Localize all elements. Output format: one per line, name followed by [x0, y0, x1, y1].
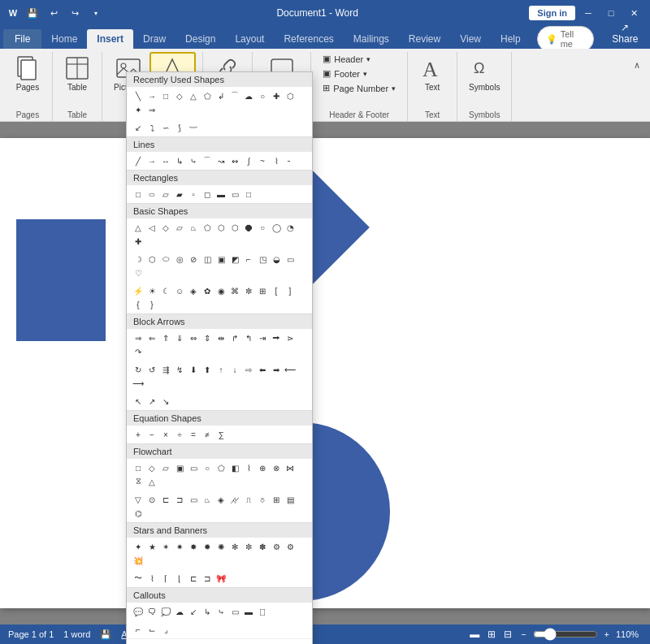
star-4pt[interactable]: ✦ [132, 540, 145, 553]
shape-line[interactable]: ╲ [132, 89, 145, 102]
banner-scroll-v[interactable]: ⊐ [201, 572, 214, 585]
ba-type27[interactable]: ⟶ [132, 377, 145, 390]
basic-can[interactable]: ⬭ [159, 253, 172, 266]
ba-type22[interactable]: ↓ [228, 363, 241, 376]
share-button[interactable]: ↗ Share [600, 18, 650, 49]
basic-cross[interactable]: ✚ [132, 235, 145, 248]
fc-type20[interactable]: ⎍ [242, 493, 255, 506]
symbols-button[interactable]: Ω Symbols [464, 52, 505, 95]
star-6pt[interactable]: ✶ [159, 540, 172, 553]
basic-arc[interactable]: ◔ [284, 221, 297, 234]
basic-parallelogram[interactable]: ▱ [173, 221, 186, 234]
table-button[interactable]: Table [59, 52, 95, 95]
basic-heptagon[interactable]: ⬡ [228, 221, 241, 234]
fc-terminator[interactable]: ▭ [187, 461, 200, 474]
ba-corner[interactable]: ↱ [228, 331, 241, 344]
eq-plus[interactable]: + [132, 428, 145, 441]
basic-bracket-right[interactable]: ] [284, 284, 297, 297]
fc-storage[interactable]: ⊙ [145, 493, 158, 506]
shape-wave[interactable]: 〰 [187, 121, 200, 134]
fc-or[interactable]: ⊗ [270, 461, 283, 474]
ba-type24[interactable]: ⬅ [256, 363, 269, 376]
tab-home[interactable]: Home [41, 29, 87, 49]
ba-pentagon-arrow[interactable]: ⮕ [270, 331, 283, 344]
line-double-arrow[interactable]: ↔ [159, 154, 172, 167]
line-curve-double[interactable]: ↭ [228, 154, 241, 167]
shape-hexagon[interactable]: ⬡ [284, 89, 297, 102]
basic-chord[interactable]: ◒ [270, 253, 283, 266]
shape-cloud[interactable]: ☁ [242, 89, 255, 102]
fc-predefined[interactable]: ▣ [173, 461, 186, 474]
eq-notequal[interactable]: ≠ [201, 428, 214, 441]
basic-lightning[interactable]: ⚡ [132, 284, 145, 297]
ba-type21[interactable]: ↑ [214, 363, 228, 376]
line-straight[interactable]: ╱ [132, 154, 145, 167]
redo-button[interactable]: ↪ [65, 3, 84, 23]
basic-diagonal[interactable]: ◳ [256, 253, 269, 266]
fc-offpage[interactable]: ⬠ [214, 461, 228, 474]
callout-rect[interactable]: 💬 [132, 605, 145, 618]
basic-fold[interactable]: ◫ [201, 253, 214, 266]
basic-moon[interactable]: ☾ [159, 284, 172, 297]
rect-rounded[interactable]: ▭ [145, 188, 158, 201]
ba-left-right[interactable]: ⇔ [187, 331, 200, 344]
fc-extract[interactable]: △ [145, 475, 158, 488]
line-curve-arrow[interactable]: ↝ [214, 154, 228, 167]
tab-help[interactable]: Help [491, 29, 531, 49]
basic-donut[interactable]: ◎ [173, 253, 186, 266]
ba-right[interactable]: ⇒ [132, 331, 145, 344]
ba-chevron[interactable]: ⋗ [284, 331, 297, 344]
blue-rectangle-shape[interactable] [16, 219, 106, 341]
zoom-in-button[interactable]: + [604, 629, 609, 639]
basic-brace-left[interactable]: { [132, 298, 145, 311]
basic-circle[interactable]: ◯ [270, 221, 283, 234]
banner-curved[interactable]: 〜 [132, 572, 145, 585]
fc-type23[interactable]: ▤ [284, 493, 297, 506]
star-5pt[interactable]: ★ [145, 540, 158, 553]
read-mode-button[interactable]: ⊟ [501, 628, 514, 641]
fc-type18[interactable]: ◈ [214, 493, 228, 506]
basic-rtriangle[interactable]: ◁ [145, 221, 158, 234]
text-button[interactable]: A Text [414, 52, 450, 95]
fc-puchtape[interactable]: ⌇ [242, 461, 255, 474]
basic-triangle[interactable]: △ [132, 221, 145, 234]
shape-cross[interactable]: ✚ [270, 89, 283, 102]
shape-curve[interactable]: ⌒ [228, 89, 241, 102]
ba-quad[interactable]: ⇹ [214, 331, 228, 344]
fc-manual-op[interactable]: ⏢ [201, 493, 214, 506]
tab-design[interactable]: Design [176, 29, 225, 49]
line-scribble[interactable]: ~ [256, 154, 269, 167]
callout-type13[interactable]: ⌟ [159, 623, 172, 636]
star-24pt[interactable]: ✼ [242, 540, 255, 553]
basic-teardrip[interactable]: ◈ [187, 284, 200, 297]
ba-type30[interactable]: ↘ [159, 395, 172, 408]
line-arrow[interactable]: → [145, 154, 158, 167]
ba-notched[interactable]: ⇥ [256, 331, 269, 344]
basic-bracket-left[interactable]: [ [270, 284, 283, 297]
ba-circular[interactable]: ↻ [132, 363, 145, 376]
tab-view[interactable]: View [450, 29, 491, 49]
rect-snip[interactable]: ▱ [159, 188, 172, 201]
banner-ribbon[interactable]: 🎀 [214, 572, 228, 585]
collapse-ribbon-button[interactable]: ∧ [627, 55, 647, 75]
basic-frame[interactable]: ▣ [214, 253, 228, 266]
basic-plaque[interactable]: ▭ [284, 253, 297, 266]
ba-type28[interactable]: ↖ [132, 395, 145, 408]
star-16pt[interactable]: ✻ [228, 540, 241, 553]
fc-type24[interactable]: ⌬ [132, 507, 145, 520]
star-explosion[interactable]: 💥 [132, 554, 145, 567]
rect-type6[interactable]: ▬ [214, 188, 228, 201]
callout-line[interactable]: ↙ [187, 605, 200, 618]
ba-left[interactable]: ⇐ [145, 331, 158, 344]
fc-type22[interactable]: ⊞ [270, 493, 283, 506]
rect-type5[interactable]: ◻ [201, 188, 214, 201]
ba-circular2[interactable]: ↺ [145, 363, 158, 376]
basic-diamond[interactable]: ◇ [159, 221, 172, 234]
star-8pt[interactable]: ✸ [187, 540, 200, 553]
banner-wavy[interactable]: ⌇ [145, 572, 158, 585]
callout-type11[interactable]: ⌐ [132, 623, 145, 636]
basic-hexagon[interactable]: ⬡ [214, 221, 228, 234]
customize-quick-access-button[interactable]: ▾ [86, 3, 106, 23]
basic-heart[interactable]: ♡ [132, 266, 145, 279]
callout-type12[interactable]: ⌙ [145, 623, 158, 636]
